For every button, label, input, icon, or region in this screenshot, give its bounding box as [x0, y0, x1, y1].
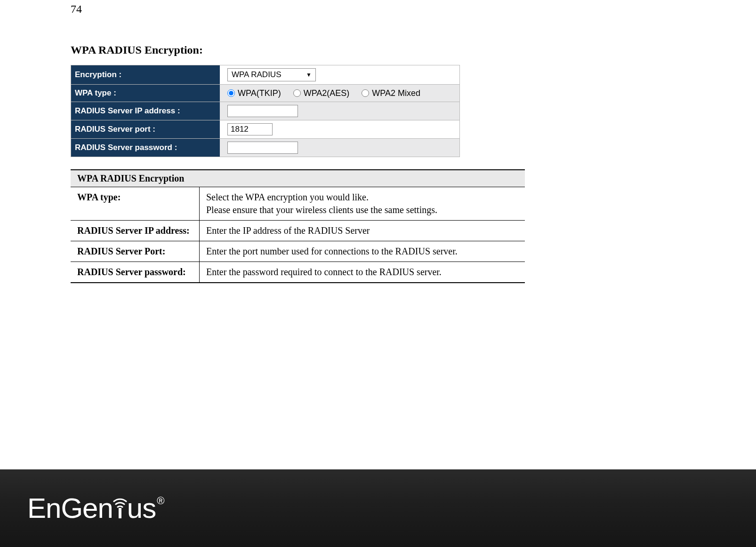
radio-wpa-tkip-label: WPA(TKIP): [238, 88, 281, 98]
value-radius-password: [220, 139, 460, 157]
radius-port-input[interactable]: [227, 123, 273, 135]
encryption-select[interactable]: WPA RADIUS ▼: [227, 68, 316, 81]
brand-text-part1: EnGen: [27, 492, 113, 524]
desc-text-0: Select the WPA encryption you would like…: [200, 187, 525, 221]
settings-table: Encryption : WPA RADIUS ▼ WPA type : WPA…: [71, 65, 460, 157]
row-encryption: Encryption : WPA RADIUS ▼: [71, 65, 460, 85]
brand-logo: EnGen us®: [27, 492, 164, 524]
row-radius-ip: RADIUS Server IP address :: [71, 102, 460, 120]
registered-mark: ®: [157, 495, 164, 507]
desc-header: WPA RADIUS Encryption: [71, 170, 525, 187]
value-wpa-type: WPA(TKIP) WPA2(AES) WPA2 Mixed: [220, 85, 460, 102]
desc-row-radius-password: RADIUS Server password: Enter the passwo…: [71, 262, 525, 283]
row-wpa-type: WPA type : WPA(TKIP) WPA2(AES) WPA2 Mixe…: [71, 85, 460, 102]
desc-label-0: WPA type:: [71, 187, 200, 221]
label-radius-ip: RADIUS Server IP address :: [71, 102, 220, 120]
page-footer: EnGen us®: [0, 469, 756, 547]
desc-text-3: Enter the password required to connect t…: [200, 262, 525, 283]
radio-wpa2-aes-label: WPA2(AES): [304, 88, 350, 98]
radio-wpa-tkip-input[interactable]: [227, 89, 235, 97]
value-radius-port: [220, 120, 460, 139]
chevron-down-icon: ▼: [306, 71, 312, 78]
desc-row-radius-ip: RADIUS Server IP address: Enter the IP a…: [71, 221, 525, 241]
description-table: WPA RADIUS Encryption WPA type: Select t…: [71, 169, 525, 283]
brand-text-part2: us: [127, 492, 156, 524]
row-radius-password: RADIUS Server password :: [71, 139, 460, 157]
desc-label-2: RADIUS Server Port:: [71, 241, 200, 262]
value-radius-ip: [220, 102, 460, 120]
row-radius-port: RADIUS Server port :: [71, 120, 460, 139]
radio-wpa-tkip[interactable]: WPA(TKIP): [227, 88, 281, 98]
desc-label-3: RADIUS Server password:: [71, 262, 200, 283]
radius-password-input[interactable]: [227, 142, 298, 154]
radio-wpa2-mixed-input[interactable]: [362, 89, 369, 97]
desc-text-1: Enter the IP address of the RADIUS Serve…: [200, 221, 525, 241]
label-encryption: Encryption :: [71, 65, 220, 85]
encryption-select-value: WPA RADIUS: [232, 70, 281, 79]
wifi-icon: [112, 492, 128, 519]
svg-rect-0: [119, 508, 121, 518]
desc-label-1: RADIUS Server IP address:: [71, 221, 200, 241]
radio-wpa2-aes[interactable]: WPA2(AES): [293, 88, 350, 98]
section-heading: WPA RADIUS Encryption:: [71, 44, 685, 56]
desc-row-radius-port: RADIUS Server Port: Enter the port numbe…: [71, 241, 525, 262]
label-radius-port: RADIUS Server port :: [71, 120, 220, 139]
radio-wpa2-aes-input[interactable]: [293, 89, 301, 97]
radio-wpa2-mixed-label: WPA2 Mixed: [372, 88, 420, 98]
desc-text-2: Enter the port number used for connectio…: [200, 241, 525, 262]
radio-wpa2-mixed[interactable]: WPA2 Mixed: [362, 88, 420, 98]
desc-row-wpa-type: WPA type: Select the WPA encryption you …: [71, 187, 525, 221]
label-radius-password: RADIUS Server password :: [71, 139, 220, 157]
radius-ip-input[interactable]: [227, 105, 298, 117]
value-encryption: WPA RADIUS ▼: [220, 65, 460, 85]
label-wpa-type: WPA type :: [71, 85, 220, 102]
page-number: 74: [71, 3, 685, 16]
